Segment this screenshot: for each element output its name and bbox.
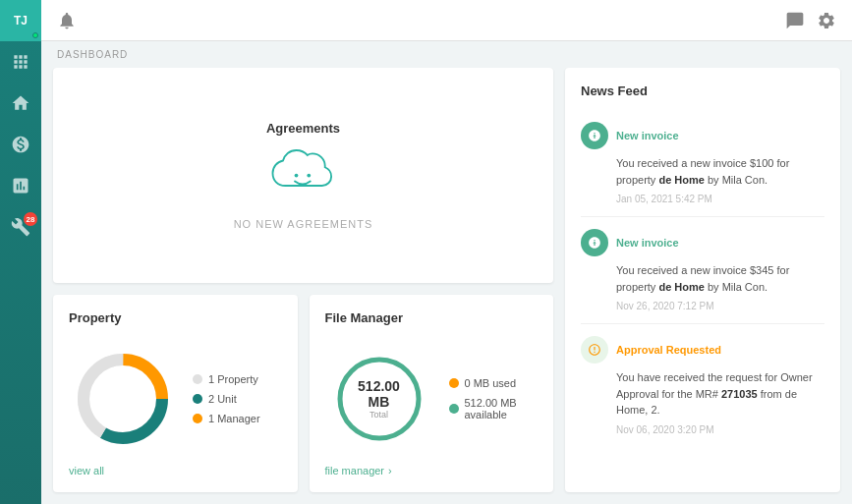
sidebar: TJ 28 [0,0,41,504]
bell-icon[interactable] [57,11,77,30]
news-header-2: New invoice [581,229,824,256]
file-stats: 0 MB used 512.00 MB available [449,377,539,420]
file-manager-title: File Manager [325,310,539,325]
news-item-1: New invoice You received a new invoice $… [581,110,824,217]
available-dot [449,404,459,414]
news-body-3: You have received the request for Owner … [581,369,824,419]
property-donut-chart [69,345,177,453]
approval-icon [581,336,608,364]
file-available-stat: 512.00 MB available [449,397,539,420]
online-indicator [32,32,38,38]
file-display: 512.00 MB Total 0 MB used 512.00 [325,337,539,461]
file-circle-container: 512.00 MB Total [325,345,433,453]
no-agreements-content: NO NEW AGREEMENTS [234,147,373,230]
news-timestamp-3: Nov 06, 2020 3:20 PM [581,424,824,435]
news-body-1: You received a new invoice $100 for prop… [581,155,824,188]
avatar[interactable]: TJ [0,0,41,41]
property-card: Property [53,295,298,492]
sidebar-item-home[interactable] [0,83,41,124]
sidebar-item-tools[interactable]: 28 [0,206,41,248]
sidebar-item-apps[interactable] [0,41,41,83]
invoice-icon-2 [581,229,608,256]
news-label-2: New invoice [616,237,679,249]
file-circle-text: 512.00 MB Total [352,378,406,420]
unit-dot [193,394,202,404]
topbar [41,0,852,41]
news-header-1: New invoice [581,122,824,149]
news-timestamp-2: Nov 26, 2020 7:12 PM [581,301,824,311]
legend-item-property: 1 Property [193,373,260,385]
agreements-card: Agreements NO NEW AGREEMENTS [53,68,553,283]
no-agreements-text: NO NEW AGREEMENTS [234,218,373,230]
view-all-link[interactable]: view all [69,465,282,476]
file-manager-link[interactable]: file manager › [325,465,539,476]
property-title: Property [69,310,282,325]
news-body-2: You received a new invoice $345 for prop… [581,262,824,295]
news-item-3: Approval Requested You have received the… [581,324,824,447]
file-used-stat: 0 MB used [449,377,539,389]
news-header-3: Approval Requested [581,336,824,364]
svg-point-0 [294,174,298,178]
svg-point-1 [307,174,311,178]
content-area: Agreements NO NEW AGREEMENTS [41,68,852,504]
news-feed-card: News Feed New invoice You received a new… [565,68,840,492]
legend-item-unit: 2 Unit [193,393,260,405]
news-item-2: New invoice You received a new invoice $… [581,217,824,324]
settings-icon[interactable] [817,11,836,30]
news-label-1: New invoice [616,130,679,141]
used-dot [449,378,459,388]
agreements-title: Agreements [266,121,340,136]
invoice-icon-1 [581,122,608,149]
file-total-label: Total [352,410,406,420]
file-total-size: 512.00 MB [352,378,406,410]
news-timestamp-1: Jan 05, 2021 5:42 PM [581,194,824,204]
bottom-row: Property [53,295,553,492]
chat-icon[interactable] [785,11,805,30]
news-feed-title: News Feed [581,84,824,98]
sidebar-item-reports[interactable] [0,165,41,206]
property-dot [193,374,202,384]
breadcrumb: DASHBOARD [41,41,852,68]
main-content: DASHBOARD Agreements NO NE [41,0,852,504]
sidebar-item-finance[interactable] [0,124,41,165]
right-column: News Feed New invoice You received a new… [565,68,840,492]
notification-badge: 28 [24,212,37,226]
manager-dot [193,414,202,423]
topbar-left [57,11,77,30]
topbar-right [785,11,836,30]
property-legend: 1 Property 2 Unit 1 Manager [193,373,260,424]
file-manager-card: File Manager 512.00 MB Total [310,295,554,492]
legend-item-manager: 1 Manager [193,413,260,424]
left-column: Agreements NO NEW AGREEMENTS [53,68,553,492]
news-label-3: Approval Requested [616,344,721,356]
cloud-happy-icon [264,147,343,206]
property-chart-container: 1 Property 2 Unit 1 Manager [69,337,282,461]
